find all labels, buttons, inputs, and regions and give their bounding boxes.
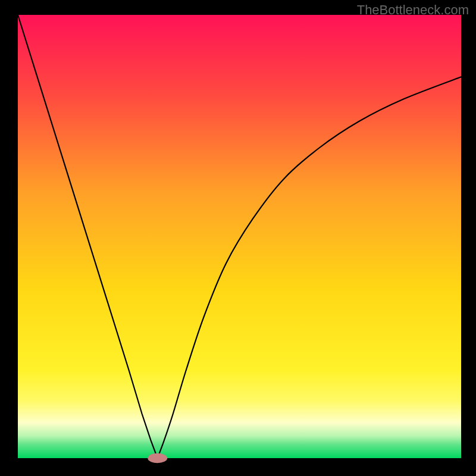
chart-svg	[0, 0, 476, 476]
minimum-marker	[148, 453, 167, 463]
watermark-text: TheBottleneck.com	[357, 2, 469, 18]
chart-gradient-bg	[18, 15, 461, 458]
bottleneck-chart	[0, 0, 476, 476]
